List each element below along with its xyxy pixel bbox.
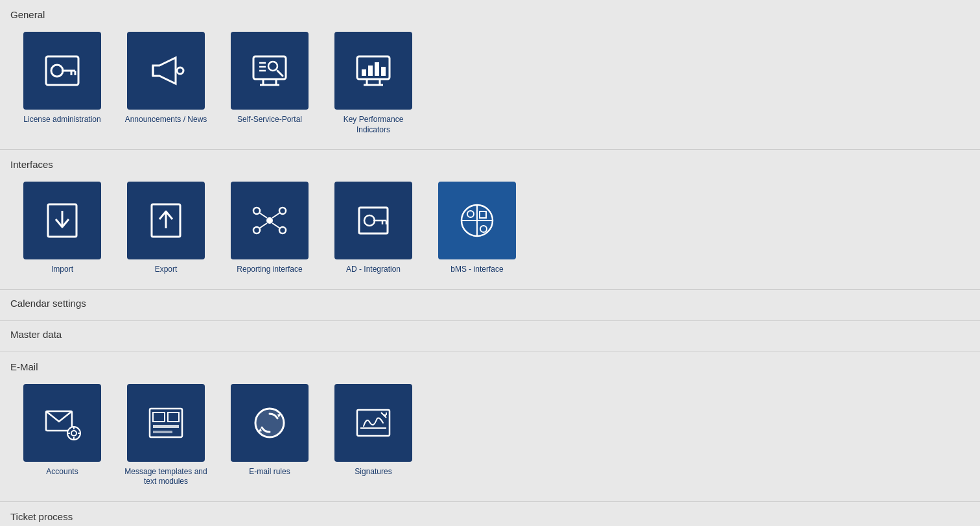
icon-box-email-rules bbox=[231, 384, 309, 462]
icon-label-ad-integration: AD - Integration bbox=[346, 265, 401, 275]
icon-item-signatures[interactable]: Signatures bbox=[321, 379, 425, 483]
section-title-interfaces: Interfaces bbox=[10, 156, 970, 170]
section-master-data: Master data bbox=[0, 321, 980, 352]
svg-line-36 bbox=[272, 223, 280, 228]
svg-rect-56 bbox=[153, 412, 165, 422]
icon-label-accounts: Accounts bbox=[46, 467, 78, 477]
icon-label-announcements: Announcements / News bbox=[125, 115, 207, 125]
svg-point-7 bbox=[177, 67, 183, 74]
icon-item-accounts[interactable]: Accounts bbox=[10, 379, 114, 483]
section-interfaces: Interfaces Import bbox=[0, 150, 980, 290]
svg-rect-64 bbox=[357, 410, 390, 436]
icon-label-kpi: Key Performance Indicators bbox=[328, 115, 419, 135]
icon-box-self-service bbox=[231, 32, 309, 110]
icon-box-license-admin bbox=[23, 32, 101, 110]
section-title-ticket-process: Ticket process bbox=[10, 508, 970, 522]
email-icons-row: Accounts Message templates and text modu… bbox=[10, 379, 970, 492]
svg-rect-8 bbox=[253, 56, 286, 79]
svg-rect-22 bbox=[375, 62, 379, 76]
icon-box-bms-interface bbox=[438, 182, 516, 259]
general-icons-row: License administration Announcements / N… bbox=[10, 27, 970, 140]
svg-rect-58 bbox=[153, 431, 172, 433]
icon-label-self-service: Self-Service-Portal bbox=[237, 115, 302, 125]
svg-point-32 bbox=[279, 227, 286, 233]
icon-box-import bbox=[23, 182, 101, 259]
icon-label-export: Export bbox=[155, 265, 178, 275]
svg-rect-59 bbox=[168, 412, 179, 422]
section-title-email: E-Mail bbox=[10, 359, 970, 372]
key-icon bbox=[43, 51, 82, 90]
svg-point-31 bbox=[253, 227, 260, 233]
import-icon bbox=[43, 201, 82, 240]
svg-point-38 bbox=[364, 215, 375, 226]
svg-point-47 bbox=[480, 226, 487, 232]
template-icon bbox=[146, 403, 185, 442]
svg-line-35 bbox=[259, 223, 267, 228]
icon-box-message-templates bbox=[127, 384, 205, 462]
icon-label-license-admin: License administration bbox=[23, 115, 100, 125]
svg-rect-21 bbox=[368, 66, 373, 76]
svg-rect-20 bbox=[362, 69, 366, 76]
icon-item-announcements[interactable]: Announcements / News bbox=[114, 27, 218, 130]
icon-item-license-admin[interactable]: License administration bbox=[10, 27, 114, 130]
icon-label-reporting: Reporting interface bbox=[237, 265, 302, 275]
icon-box-ad-integration bbox=[334, 182, 412, 259]
icon-box-announcements bbox=[127, 32, 205, 110]
icon-box-reporting bbox=[231, 182, 309, 259]
icon-item-ad-integration[interactable]: AD - Integration bbox=[321, 176, 425, 280]
svg-marker-5 bbox=[153, 58, 176, 84]
section-ticket-process: Ticket process Ticket types bbox=[0, 502, 980, 526]
section-email: E-Mail Accounts bbox=[0, 352, 980, 502]
megaphone-icon bbox=[146, 51, 185, 90]
export-icon bbox=[146, 201, 185, 240]
icon-label-message-templates: Message templates and text modules bbox=[121, 467, 211, 487]
section-title-calendar: Calendar settings bbox=[10, 295, 970, 309]
icon-item-reporting[interactable]: Reporting interface bbox=[218, 176, 321, 280]
chart-monitor-icon bbox=[354, 51, 393, 90]
icon-label-signatures: Signatures bbox=[355, 467, 391, 477]
icon-label-import: Import bbox=[51, 265, 73, 275]
circle-segments-icon bbox=[458, 201, 496, 240]
icon-box-export bbox=[127, 182, 205, 259]
circle-arrows-icon bbox=[250, 403, 289, 442]
icon-box-kpi bbox=[334, 32, 412, 110]
svg-point-1 bbox=[51, 65, 63, 77]
svg-point-29 bbox=[253, 208, 260, 214]
icon-box-signatures bbox=[334, 384, 412, 462]
section-calendar: Calendar settings bbox=[0, 290, 980, 321]
key-box-icon bbox=[354, 201, 393, 240]
svg-point-28 bbox=[266, 217, 273, 224]
svg-point-45 bbox=[467, 211, 474, 217]
icon-item-export[interactable]: Export bbox=[114, 176, 218, 280]
icon-item-kpi[interactable]: Key Performance Indicators bbox=[321, 27, 425, 140]
monitor-touch-icon bbox=[250, 51, 289, 90]
section-title-general: General bbox=[10, 6, 970, 20]
svg-rect-57 bbox=[153, 425, 179, 428]
signature-icon bbox=[354, 403, 393, 442]
icon-item-bms-interface[interactable]: bMS - interface bbox=[425, 176, 529, 280]
page: General License administration bbox=[0, 0, 980, 526]
interfaces-icons-row: Import Export bbox=[10, 176, 970, 280]
icon-item-import[interactable]: Import bbox=[10, 176, 114, 280]
svg-point-12 bbox=[268, 62, 277, 71]
section-title-master-data: Master data bbox=[10, 326, 970, 340]
icon-label-email-rules: E-mail rules bbox=[249, 467, 290, 477]
network-icon bbox=[250, 201, 289, 240]
svg-point-30 bbox=[279, 208, 286, 214]
icon-item-self-service[interactable]: Self-Service-Portal bbox=[218, 27, 321, 130]
svg-rect-46 bbox=[480, 211, 486, 218]
icon-label-bms-interface: bMS - interface bbox=[450, 265, 503, 275]
envelope-gear-icon bbox=[43, 403, 82, 442]
svg-line-34 bbox=[272, 213, 280, 218]
icon-box-accounts bbox=[23, 384, 101, 462]
icon-item-message-templates[interactable]: Message templates and text modules bbox=[114, 379, 218, 492]
section-general: General License administration bbox=[0, 0, 980, 150]
svg-line-33 bbox=[259, 213, 267, 218]
svg-rect-23 bbox=[381, 67, 386, 76]
icon-item-email-rules[interactable]: E-mail rules bbox=[218, 379, 321, 483]
